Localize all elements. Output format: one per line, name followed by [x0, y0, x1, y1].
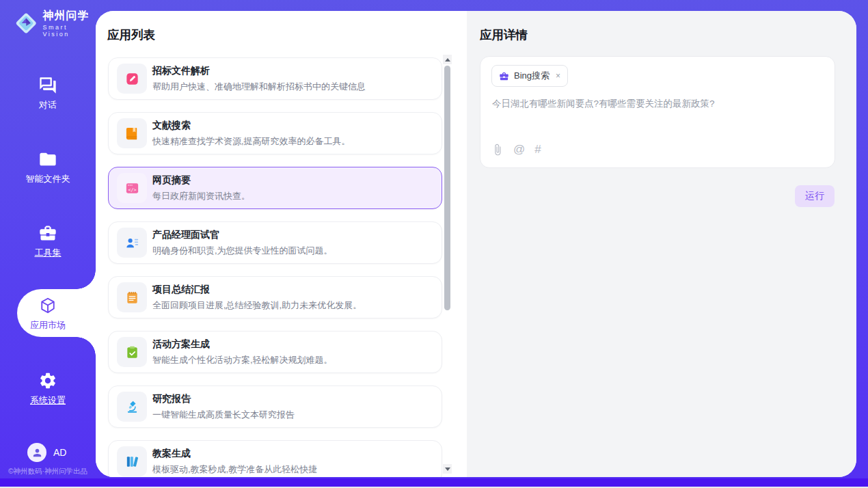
app-card-project-summary[interactable]: 项目总结汇报 全面回顾项目进展,总结经验教训,助力未来优化发展。: [108, 276, 442, 318]
scrollbar-thumb[interactable]: [444, 66, 450, 310]
folder-icon: [38, 150, 57, 169]
interviewer-icon: [124, 235, 140, 251]
app-icon-tile: [117, 337, 147, 367]
app-description: 帮助用户快速、准确地理解和解析招标书中的关键信息: [152, 81, 366, 93]
briefcase-icon: [499, 71, 509, 81]
bottom-accent-bar: [0, 478, 868, 487]
tool-chip-label: Bing搜索: [514, 70, 550, 82]
avatar: [27, 443, 46, 462]
sidebar-item-app-market[interactable]: 应用市场: [0, 296, 96, 331]
cube-icon: [38, 296, 57, 315]
sidebar-item-label: 智能文件夹: [26, 173, 70, 185]
mention-icon[interactable]: @: [513, 144, 525, 156]
app-card-pm-interviewer[interactable]: 产品经理面试官 明确身份和职责,为您提供专业性的面试问题。: [108, 221, 442, 264]
app-card-literature-search[interactable]: 文献搜索 快速精准查找学术资源,提高研究效率的必备工具。: [108, 112, 442, 154]
person-icon: [31, 447, 43, 459]
scroll-down-icon: [445, 467, 450, 471]
svg-text:</>: </>: [128, 187, 136, 192]
app-icon-tile: [117, 64, 147, 94]
sidebar-item-toolset[interactable]: 工具集: [0, 223, 96, 259]
sidebar-item-label: 系统设置: [30, 394, 66, 407]
user-account[interactable]: AD: [27, 443, 66, 462]
app-icon-tile: [117, 282, 147, 312]
query-composer[interactable]: Bing搜索 × 今日湖北有哪些新闻要点?有哪些需要关注的最新政策? @ #: [480, 56, 835, 168]
sidebar-item-label: 应用市场: [30, 319, 66, 331]
microscope-icon: [124, 399, 140, 415]
book-icon: [124, 126, 140, 141]
books-icon: [124, 454, 140, 470]
scroll-down-button[interactable]: [443, 464, 452, 474]
app-card-research-report[interactable]: 研究报告 一键智能生成高质量长文本研究报告: [108, 385, 442, 428]
app-title: 文献搜索: [152, 120, 351, 132]
user-name: AD: [53, 447, 66, 458]
main-content: 应用列表 招标文件解析 帮助用户快速、准确地理解和解析招标书中的关键信息: [96, 11, 856, 477]
app-card-webpage-summary[interactable]: </> 网页摘要 每日政府新闻资讯快查。: [108, 167, 442, 209]
app-title: 教案生成: [152, 448, 317, 460]
app-description: 一键智能生成高质量长文本研究报告: [152, 409, 295, 421]
app-title: 项目总结汇报: [152, 284, 362, 296]
sidebar-footer-text: ©神州数码·神州问学出品: [0, 467, 96, 476]
toolbox-icon: [38, 223, 57, 243]
sidebar-item-label: 对话: [39, 99, 57, 111]
brand-tagline: Smart Vision: [42, 24, 96, 38]
app-cards: 招标文件解析 帮助用户快速、准确地理解和解析招标书中的关键信息 文献搜索 快速精…: [108, 57, 442, 477]
app-icon-tile: </>: [117, 173, 147, 203]
app-title: 研究报告: [152, 393, 295, 405]
app-icon-tile: [117, 118, 147, 148]
notepad-icon: [124, 290, 140, 306]
tool-chip-bing-search[interactable]: Bing搜索 ×: [491, 65, 568, 87]
hash-icon[interactable]: #: [534, 144, 541, 156]
brand-logo: 神州问学 Smart Vision: [14, 9, 96, 38]
app-title: 活动方案生成: [152, 338, 333, 351]
brand-name: 神州问学: [42, 9, 96, 23]
app-list-scrollbar[interactable]: [443, 55, 452, 474]
paperclip-icon[interactable]: [491, 144, 504, 156]
app-card-lesson-plan[interactable]: 教案生成 模板驱动,教案秒成,教学准备从此轻松快捷: [108, 440, 442, 477]
sidebar-item-label: 工具集: [35, 247, 62, 259]
app-title: 招标文件解析: [152, 65, 366, 77]
app-card-tender-parsing[interactable]: 招标文件解析 帮助用户快速、准确地理解和解析招标书中的关键信息: [108, 57, 442, 100]
sidebar: 神州问学 Smart Vision 对话 智能文件夹 工具集 应用市场 系统设置…: [0, 0, 96, 478]
diamond-prism-icon: [14, 10, 38, 36]
app-description: 每日政府新闻资讯快查。: [152, 190, 250, 202]
app-card-event-plan[interactable]: 活动方案生成 智能生成个性化活动方案,轻松解决规划难题。: [108, 331, 442, 373]
app-title: 产品经理面试官: [152, 229, 333, 241]
chip-close-icon[interactable]: ×: [554, 71, 560, 81]
sidebar-item-settings[interactable]: 系统设置: [0, 371, 96, 407]
app-icon-tile: [117, 228, 147, 258]
edit-document-icon: [124, 71, 140, 87]
run-button[interactable]: 运行: [795, 185, 835, 207]
app-description: 模板驱动,教案秒成,教学准备从此轻松快捷: [152, 463, 317, 476]
app-detail-panel: 应用详情 Bing搜索 × 今日湖北有哪些新闻要点?有哪些需要关注的最新政策? …: [467, 11, 856, 477]
app-icon-tile: [117, 392, 147, 422]
webpage-code-icon: </>: [124, 180, 140, 196]
scroll-up-icon: [445, 58, 450, 62]
app-icon-tile: [117, 446, 147, 476]
app-description: 快速精准查找学术资源,提高研究效率的必备工具。: [152, 135, 351, 148]
composer-toolbar: @ #: [491, 144, 541, 156]
query-text[interactable]: 今日湖北有哪些新闻要点?有哪些需要关注的最新政策?: [492, 98, 826, 110]
app-title: 网页摘要: [152, 174, 250, 187]
clipboard-check-icon: [124, 344, 140, 360]
app-description: 智能生成个性化活动方案,轻松解决规划难题。: [152, 354, 333, 366]
app-description: 全面回顾项目进展,总结经验教训,助力未来优化发展。: [152, 299, 362, 312]
app-list-title: 应用列表: [107, 27, 155, 43]
app-list-panel: 应用列表 招标文件解析 帮助用户快速、准确地理解和解析招标书中的关键信息: [96, 11, 467, 477]
chat-icon: [38, 76, 57, 95]
scroll-up-button[interactable]: [443, 55, 452, 64]
sidebar-item-smart-folder[interactable]: 智能文件夹: [0, 150, 96, 185]
gear-icon: [38, 371, 57, 390]
app-description: 明确身份和职责,为您提供专业性的面试问题。: [152, 245, 333, 257]
sidebar-item-chat[interactable]: 对话: [0, 76, 96, 111]
app-detail-title: 应用详情: [480, 27, 528, 43]
